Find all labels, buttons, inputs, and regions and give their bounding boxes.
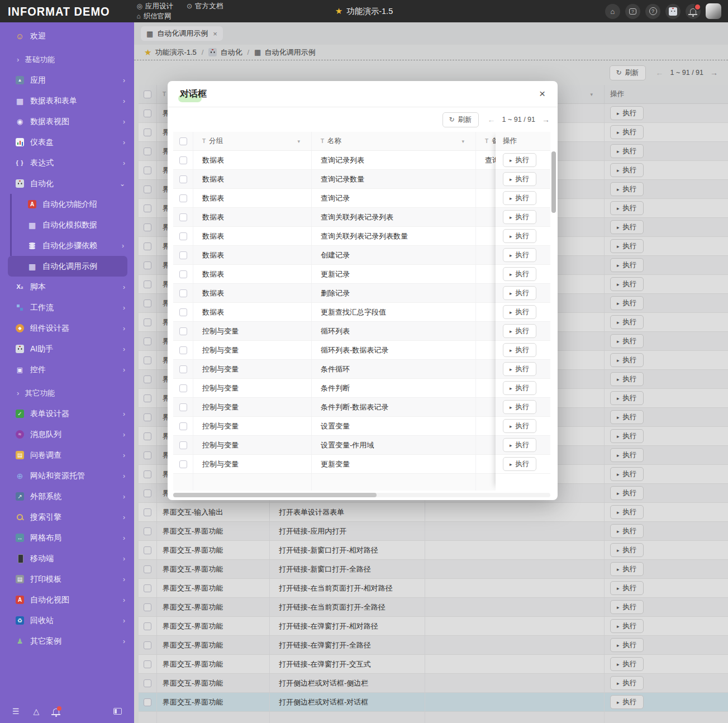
modal-table-row[interactable]: 数据表查询记录列表查询数: [173, 151, 550, 170]
row-checkbox[interactable]: [144, 129, 151, 136]
sidebar-item-component-designer[interactable]: ◆组件设计器›: [0, 318, 134, 339]
close-icon[interactable]: ×: [539, 88, 545, 100]
select-all-checkbox[interactable]: [144, 91, 151, 98]
ai-assistant-button[interactable]: [665, 4, 681, 19]
row-checkbox[interactable]: [179, 251, 187, 259]
table-row[interactable]: 界面交互-界面功能打开链接-在弹窗打开-交互式▸执行: [139, 655, 728, 674]
row-checkbox[interactable]: [144, 394, 151, 402]
feedback-button[interactable]: ?: [625, 4, 640, 19]
execute-button[interactable]: ▸执行: [503, 191, 536, 205]
execute-button[interactable]: ▸执行: [503, 438, 536, 452]
execute-button[interactable]: ▸执行: [610, 619, 644, 633]
help-button[interactable]: ?: [645, 4, 660, 19]
row-checkbox[interactable]: [144, 413, 151, 421]
row-checkbox[interactable]: [179, 194, 187, 202]
execute-button[interactable]: ▸执行: [610, 600, 644, 614]
execute-button[interactable]: ▸执行: [610, 315, 644, 329]
row-checkbox[interactable]: [144, 508, 151, 516]
row-checkbox[interactable]: [144, 167, 151, 174]
execute-button[interactable]: ▸执行: [503, 153, 536, 167]
execute-button[interactable]: ▸执行: [503, 343, 536, 357]
execute-button[interactable]: ▸执行: [610, 638, 644, 652]
sidebar-item-form-designer[interactable]: ✓表单设计器›: [0, 403, 134, 424]
execute-button[interactable]: ▸执行: [610, 486, 644, 500]
modal-table-row[interactable]: 控制与变量设置变量-作用域: [173, 436, 550, 455]
row-checkbox[interactable]: [179, 232, 187, 240]
horizontal-scrollbar-thumb[interactable]: [173, 493, 377, 497]
menu-lines-icon[interactable]: ☰: [12, 707, 20, 716]
execute-button[interactable]: ▸执行: [503, 229, 536, 243]
execute-button[interactable]: ▸执行: [503, 210, 536, 224]
modal-table-row[interactable]: 控制与变量循环列表: [173, 322, 550, 341]
breadcrumb-automation[interactable]: 自动化: [208, 47, 242, 58]
modal-table-row[interactable]: 数据表更新查找汇总字段值: [173, 303, 550, 322]
modal-table-row[interactable]: 数据表查询关联列表记录列表数量: [173, 227, 550, 246]
execute-button[interactable]: ▸执行: [610, 144, 644, 158]
row-checkbox[interactable]: [144, 679, 151, 687]
sidebar-item-survey[interactable]: ▤问卷调查›: [0, 445, 134, 465]
table-row[interactable]: 界面交互-界面功能打开侧边栏或对话框-侧边栏▸执行: [139, 674, 728, 693]
row-checkbox[interactable]: [144, 299, 151, 307]
table-row[interactable]: 界面交互-界面功能打开链接-在当前页面打开-相对路径▸执行: [139, 579, 728, 598]
execute-button[interactable]: ▸执行: [610, 220, 644, 234]
sidebar-item-mobile[interactable]: 移动端›: [0, 548, 134, 569]
sidebar-item-other-cases[interactable]: ♟其它案例›: [0, 631, 134, 651]
row-checkbox[interactable]: [179, 441, 187, 449]
row-checkbox[interactable]: [179, 460, 187, 468]
sidebar-item-table-views[interactable]: ◉数据表视图›: [0, 111, 134, 132]
modal-table-row[interactable]: 控制与变量循环列表-数据表记录: [173, 341, 550, 360]
table-row[interactable]: 界面交互-界面功能打开链接-新窗口打开-相对路径▸执行: [139, 541, 728, 560]
modal-table-row[interactable]: 控制与变量条件判断: [173, 379, 550, 398]
row-checkbox[interactable]: [144, 565, 151, 573]
execute-button[interactable]: ▸执行: [610, 334, 644, 348]
row-checkbox[interactable]: [179, 156, 187, 164]
execute-button[interactable]: ▸执行: [610, 410, 644, 424]
row-checkbox[interactable]: [144, 622, 151, 630]
execute-button[interactable]: ▸执行: [503, 362, 536, 376]
execute-button[interactable]: ▸执行: [503, 172, 536, 186]
row-checkbox[interactable]: [144, 489, 151, 497]
column-header-name[interactable]: T名称▾: [312, 132, 476, 150]
execute-button[interactable]: ▸执行: [610, 543, 644, 557]
sidebar-item-dashboards[interactable]: 仪表盘›: [0, 132, 134, 153]
execute-button[interactable]: ▸执行: [610, 695, 644, 709]
table-row[interactable]: 界面交互-界面功能打开链接-在当前页面打开-全路径▸执行: [139, 598, 728, 617]
triangle-icon[interactable]: △: [34, 707, 40, 716]
modal-table-row[interactable]: 控制与变量更新变量: [173, 455, 550, 474]
sidebar-item-recycle-bin[interactable]: ♻回收站›: [0, 610, 134, 631]
row-checkbox[interactable]: [144, 432, 151, 440]
sidebar-item-message-queue[interactable]: ≈消息队列›: [0, 424, 134, 445]
avatar[interactable]: [706, 3, 721, 19]
row-checkbox[interactable]: [144, 204, 151, 212]
row-checkbox[interactable]: [144, 375, 151, 383]
breadcrumb-app[interactable]: ★功能演示-1.5: [144, 47, 197, 58]
row-checkbox[interactable]: [144, 698, 151, 706]
execute-button[interactable]: ▸执行: [503, 286, 536, 300]
execute-button[interactable]: ▸执行: [503, 324, 536, 338]
tab-close-icon[interactable]: ×: [213, 30, 217, 38]
row-checkbox[interactable]: [144, 527, 151, 535]
chevron-down-icon[interactable]: ▾: [461, 139, 464, 144]
execute-button[interactable]: ▸执行: [610, 505, 644, 519]
row-checkbox[interactable]: [144, 451, 151, 459]
row-checkbox[interactable]: [144, 242, 151, 250]
execute-button[interactable]: ▸执行: [610, 296, 644, 310]
home-button[interactable]: ⌂: [605, 4, 620, 19]
modal-table-row[interactable]: 数据表查询关联列表记录列表: [173, 208, 550, 227]
row-checkbox[interactable]: [179, 308, 187, 316]
row-checkbox[interactable]: [144, 337, 151, 345]
notifications-button[interactable]: [686, 4, 701, 19]
row-checkbox[interactable]: [179, 346, 187, 354]
prev-page-icon[interactable]: ←: [488, 115, 496, 124]
sidebar-group-basic-functions[interactable]: ›基础功能: [0, 49, 134, 70]
next-page-icon[interactable]: →: [542, 115, 550, 124]
sidebar-item-workflow[interactable]: 工作流›: [0, 297, 134, 318]
row-checkbox[interactable]: [179, 365, 187, 373]
next-page-icon[interactable]: →: [710, 68, 718, 77]
execute-button[interactable]: ▸执行: [503, 248, 536, 262]
sidebar-item-automation-intro[interactable]: A自动化功能介绍: [8, 194, 127, 215]
execute-button[interactable]: ▸执行: [503, 305, 536, 319]
execute-button[interactable]: ▸执行: [610, 372, 644, 386]
sidebar-item-automation-step-deps[interactable]: 自动化步骤依赖›: [8, 235, 127, 256]
row-checkbox[interactable]: [144, 660, 151, 668]
